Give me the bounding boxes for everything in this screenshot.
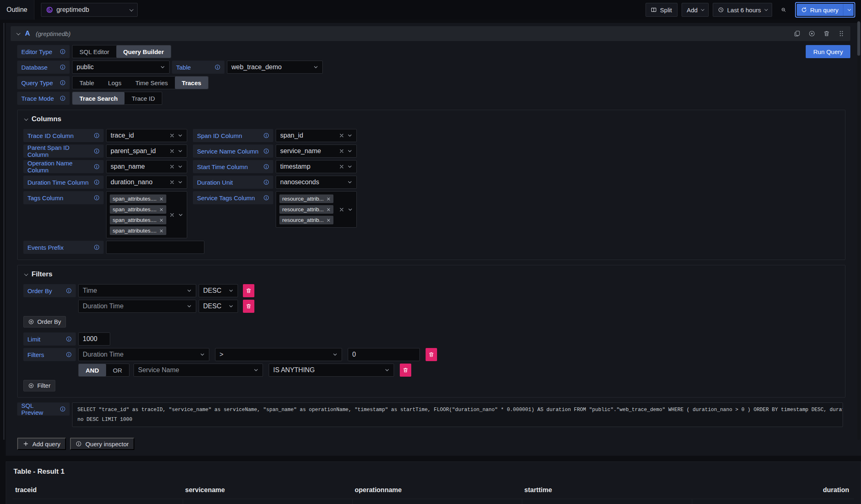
- toggle-visibility-icon[interactable]: [809, 30, 815, 37]
- filter-operator-select[interactable]: >: [215, 348, 342, 361]
- time-range-picker[interactable]: Last 6 hours: [713, 3, 772, 17]
- outline-toggle[interactable]: Outline: [0, 0, 34, 20]
- remove-tag-icon[interactable]: [159, 229, 163, 233]
- info-icon[interactable]: [60, 80, 66, 86]
- datasource-picker[interactable]: greptimedb: [41, 3, 138, 17]
- remove-filter-button[interactable]: [400, 364, 411, 377]
- option-trace-id[interactable]: Trace ID: [125, 92, 162, 104]
- info-icon[interactable]: [60, 49, 66, 54]
- option-traces[interactable]: Traces: [175, 77, 208, 89]
- parent-span-id-column-select[interactable]: parent_span_id: [106, 145, 187, 158]
- duration-time-column-select[interactable]: duration_nano: [106, 176, 187, 189]
- clear-icon[interactable]: [170, 180, 174, 185]
- add-button[interactable]: Add: [682, 3, 709, 17]
- order-by-direction-select[interactable]: DESC: [199, 284, 238, 297]
- clear-all-icon[interactable]: [170, 212, 174, 217]
- remove-tag-icon[interactable]: [326, 197, 331, 201]
- tags-column-multiselect[interactable]: span_attributes.... span_attributes.... …: [106, 191, 187, 238]
- info-icon[interactable]: [94, 244, 100, 250]
- info-icon[interactable]: [263, 164, 269, 170]
- info-icon[interactable]: [94, 195, 100, 201]
- info-icon[interactable]: [215, 64, 220, 70]
- order-by-field-select[interactable]: Duration Time: [78, 300, 196, 313]
- info-icon[interactable]: [263, 148, 269, 154]
- zoom-out-time-button[interactable]: [776, 3, 791, 17]
- limit-input[interactable]: [78, 332, 110, 346]
- option-table[interactable]: Table: [73, 77, 101, 89]
- info-icon[interactable]: [60, 64, 66, 70]
- info-icon[interactable]: [60, 406, 66, 412]
- column-header-traceid[interactable]: traceid: [13, 483, 183, 499]
- remove-tag-icon[interactable]: [159, 197, 163, 201]
- info-icon[interactable]: [263, 133, 269, 138]
- info-icon[interactable]: [94, 148, 100, 154]
- delete-query-icon[interactable]: [823, 30, 830, 37]
- clear-icon[interactable]: [170, 149, 174, 154]
- table-select[interactable]: web_trace_demo: [227, 61, 323, 74]
- clear-icon[interactable]: [170, 133, 174, 138]
- info-icon[interactable]: [94, 164, 100, 170]
- split-button[interactable]: Split: [646, 3, 677, 17]
- filters-section-header[interactable]: Filters: [24, 270, 839, 278]
- remove-order-by-button[interactable]: [243, 300, 254, 313]
- option-trace-search[interactable]: Trace Search: [73, 92, 125, 104]
- clear-icon[interactable]: [170, 164, 174, 169]
- add-order-by-button[interactable]: Order By: [23, 316, 66, 328]
- filter-value-input[interactable]: [348, 348, 420, 361]
- info-icon[interactable]: [263, 179, 269, 185]
- remove-filter-button[interactable]: [426, 348, 437, 361]
- filter-field-select[interactable]: Duration Time: [78, 348, 209, 361]
- query-inspector-button[interactable]: Query inspector: [70, 438, 134, 450]
- add-query-button[interactable]: Add query: [17, 438, 66, 450]
- option-logs[interactable]: Logs: [101, 77, 129, 89]
- clear-icon[interactable]: [339, 149, 344, 154]
- remove-order-by-button[interactable]: [243, 284, 254, 297]
- service-tags-column-multiselect[interactable]: resource_attrib... resource_attrib... re…: [276, 191, 357, 228]
- scrollbar[interactable]: [857, 21, 860, 440]
- column-header-starttime[interactable]: starttime: [522, 483, 692, 499]
- columns-section-header[interactable]: Columns: [24, 115, 839, 123]
- info-icon[interactable]: [263, 195, 269, 201]
- option-time-series[interactable]: Time Series: [128, 77, 174, 89]
- option-or[interactable]: OR: [106, 364, 129, 376]
- info-icon[interactable]: [66, 352, 72, 357]
- info-icon[interactable]: [66, 288, 72, 294]
- remove-tag-icon[interactable]: [326, 208, 331, 212]
- remove-tag-icon[interactable]: [326, 218, 331, 222]
- add-filter-button[interactable]: Filter: [23, 380, 55, 391]
- filter-operator-select[interactable]: IS ANYTHING: [269, 364, 394, 377]
- traceid-link[interactable]: 3768831301ea0d65adaef8b9da1cbded: [13, 499, 183, 504]
- run-query-button-inline[interactable]: Run Query: [806, 45, 850, 58]
- duplicate-query-icon[interactable]: [794, 30, 800, 37]
- run-query-button[interactable]: Run query: [797, 4, 843, 16]
- option-and[interactable]: AND: [79, 364, 106, 376]
- run-query-interval-caret[interactable]: [843, 4, 854, 16]
- info-icon[interactable]: [60, 95, 66, 101]
- option-sql-editor[interactable]: SQL Editor: [73, 45, 116, 58]
- start-time-column-select[interactable]: timestamp: [276, 160, 357, 173]
- duration-unit-select[interactable]: nanoseconds: [276, 176, 357, 189]
- drag-handle-icon[interactable]: [838, 30, 845, 37]
- order-by-direction-select[interactable]: DESC: [199, 300, 238, 313]
- remove-tag-icon[interactable]: [159, 208, 163, 212]
- clear-icon[interactable]: [339, 164, 344, 169]
- database-select[interactable]: public: [72, 61, 170, 74]
- info-icon[interactable]: [94, 133, 100, 138]
- clear-icon[interactable]: [339, 133, 344, 138]
- query-row-header[interactable]: A (greptimedb): [11, 26, 850, 41]
- operation-name-column-select[interactable]: span_name: [106, 160, 187, 173]
- scrollbar-thumb[interactable]: [857, 21, 860, 56]
- trace-id-column-select[interactable]: trace_id: [106, 129, 187, 142]
- option-query-builder[interactable]: Query Builder: [116, 45, 171, 58]
- filter-field-select[interactable]: Service Name: [134, 364, 263, 377]
- clear-all-icon[interactable]: [339, 207, 344, 212]
- column-header-duration[interactable]: duration: [692, 483, 854, 499]
- column-header-servicename[interactable]: servicename: [183, 483, 352, 499]
- info-icon[interactable]: [94, 179, 100, 185]
- remove-tag-icon[interactable]: [159, 218, 163, 222]
- column-header-operationname[interactable]: operationname: [352, 483, 522, 499]
- events-prefix-input[interactable]: [106, 241, 204, 254]
- order-by-field-select[interactable]: Time: [78, 284, 196, 297]
- service-name-column-select[interactable]: service_name: [276, 145, 357, 158]
- span-id-column-select[interactable]: span_id: [276, 129, 357, 142]
